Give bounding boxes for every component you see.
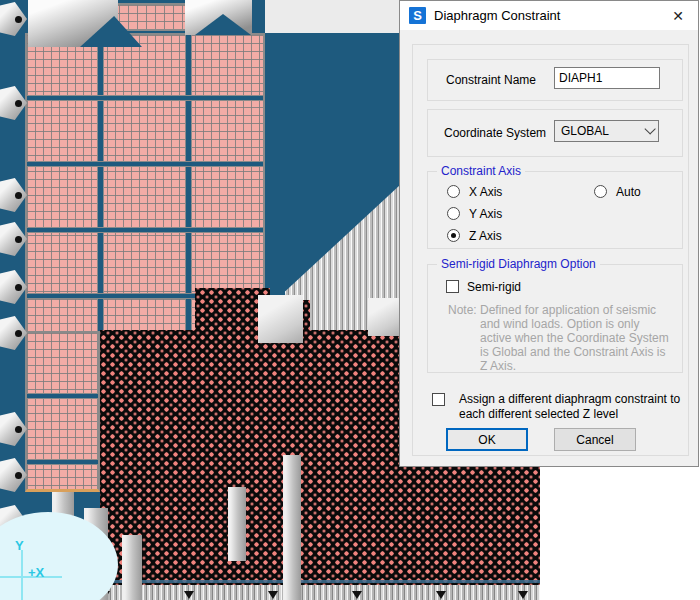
support-arrow-icon [184, 591, 194, 599]
chevron-down-icon [644, 123, 655, 134]
semi-rigid-group: Semi-rigid Diaphragm Option Semi-rigid N… [427, 264, 683, 373]
note-text: Defined for application of seismic and w… [480, 303, 672, 373]
column-3d [122, 535, 142, 600]
ok-button[interactable]: OK [446, 428, 528, 451]
semi-rigid-label: Semi-rigid [467, 280, 521, 294]
column-cap [185, 0, 252, 35]
cancel-button[interactable]: Cancel [554, 428, 636, 451]
column-cap [28, 0, 118, 47]
radio-y-axis[interactable] [447, 207, 460, 220]
note-label: Note: [448, 303, 480, 373]
assign-different-constraint-checkbox[interactable] [432, 393, 445, 406]
radio-z-axis[interactable] [447, 229, 460, 242]
radio-y-axis-label: Y Axis [469, 207, 502, 221]
constraint-axis-group: Constraint Axis X Axis Auto Y Axis Z Axi… [427, 171, 683, 249]
semi-rigid-group-title: Semi-rigid Diaphragm Option [437, 257, 600, 271]
viewport-gray-strip [265, 0, 400, 33]
semi-rigid-checkbox[interactable] [446, 280, 459, 293]
support-arrow-icon [518, 591, 528, 599]
diaphragm-constraint-dialog: S Diaphragm Constraint ✕ Constraint Name… [399, 0, 699, 467]
constraint-axis-group-title: Constraint Axis [437, 164, 525, 178]
app-window: Y +X S Diaphragm Constraint ✕ Constraint… [0, 0, 700, 600]
radio-auto[interactable] [594, 185, 607, 198]
sap2000-app-icon: S [409, 7, 426, 24]
mesh-edge-line [95, 580, 540, 583]
column-3d [283, 455, 301, 600]
coordinate-system-label: Coordinate System [444, 126, 546, 140]
constraint-name-input[interactable] [554, 67, 660, 89]
support-arrow-icon [352, 591, 362, 599]
support-arrow-icon [268, 591, 278, 599]
assign-different-constraint-label: Assign a different diaphragm constraint … [459, 392, 687, 422]
dialog-title: Diaphragm Constraint [434, 8, 560, 23]
column-3d [228, 487, 246, 561]
semi-rigid-note: Note: Defined for application of seismic… [448, 303, 674, 373]
axis-label-y: Y [15, 538, 24, 553]
radio-z-axis-label: Z Axis [469, 229, 502, 243]
radio-auto-label: Auto [616, 185, 641, 199]
axis-line-y [21, 550, 23, 600]
constraint-name-label: Constraint Name [446, 73, 536, 87]
axis-label-x: +X [28, 565, 44, 580]
radio-x-axis[interactable] [447, 185, 460, 198]
dialog-titlebar[interactable]: S Diaphragm Constraint ✕ [400, 1, 698, 30]
coordinate-system-select[interactable]: GLOBAL [554, 120, 659, 142]
close-icon[interactable]: ✕ [667, 8, 689, 24]
coordinate-system-value: GLOBAL [561, 124, 609, 138]
ramp-landing-block [258, 295, 303, 343]
ramp-landing-block [368, 298, 401, 336]
support-arrow-icon [436, 591, 446, 599]
slab-mesh-lower-left [25, 331, 100, 492]
radio-x-axis-label: X Axis [469, 185, 502, 199]
bottom-wall-stripe [95, 585, 540, 600]
